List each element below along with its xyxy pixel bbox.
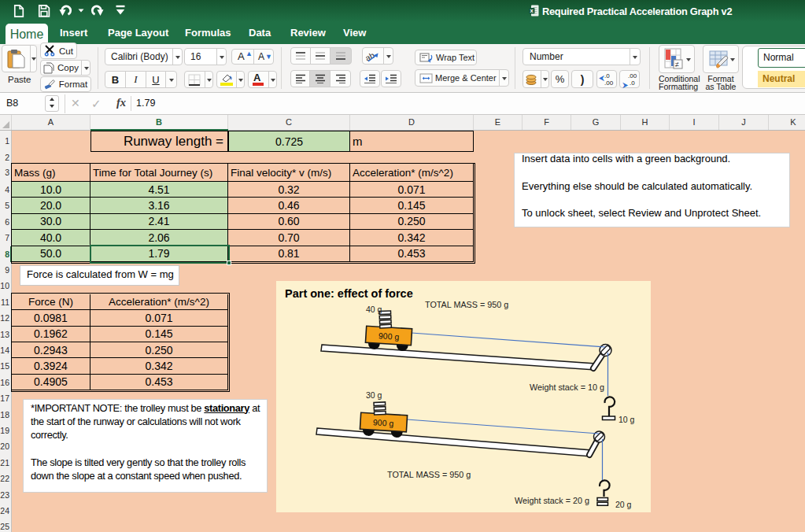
svg-text:20 g: 20 g	[615, 500, 632, 509]
svg-text:TOTAL MASS = 950 g: TOTAL MASS = 950 g	[387, 470, 471, 479]
svg-text:30 g: 30 g	[366, 390, 382, 400]
svg-text:900 g: 900 g	[373, 417, 394, 428]
svg-text:Weight stack = 10 g: Weight stack = 10 g	[530, 382, 604, 392]
svg-text:TOTAL MASS = 950 g: TOTAL MASS = 950 g	[425, 300, 508, 309]
svg-text:40 g: 40 g	[366, 305, 382, 314]
svg-text:10 g: 10 g	[619, 415, 635, 424]
svg-text:Weight stack = 20 g: Weight stack = 20 g	[515, 496, 589, 505]
svg-text:Part one: effect of force: Part one: effect of force	[285, 287, 413, 300]
svg-text:≠: ≠	[675, 61, 679, 68]
svg-text:900 g: 900 g	[378, 331, 400, 342]
